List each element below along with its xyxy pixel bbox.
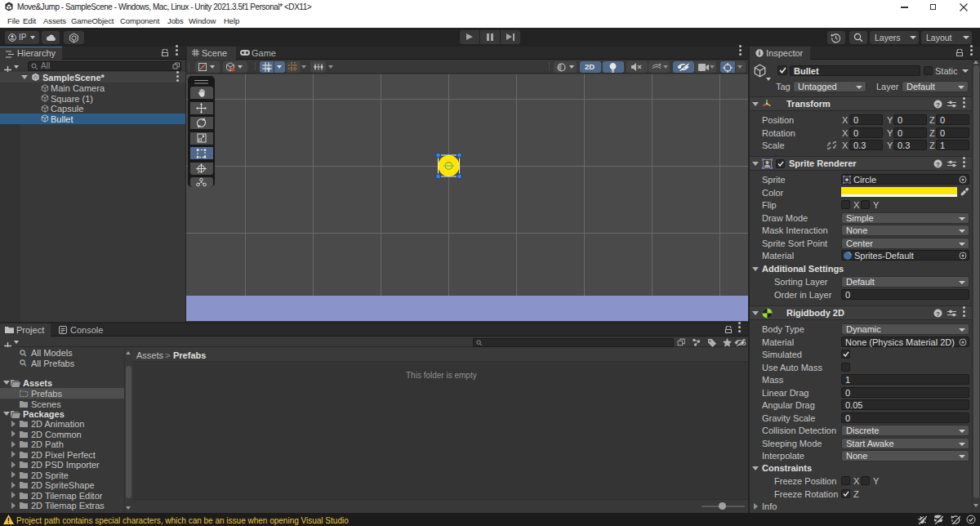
svg-text:?: ? xyxy=(936,161,940,168)
svg-text:Y: Y xyxy=(267,67,271,73)
svg-text:?: ? xyxy=(936,310,940,318)
svg-text:?: ? xyxy=(936,101,940,109)
